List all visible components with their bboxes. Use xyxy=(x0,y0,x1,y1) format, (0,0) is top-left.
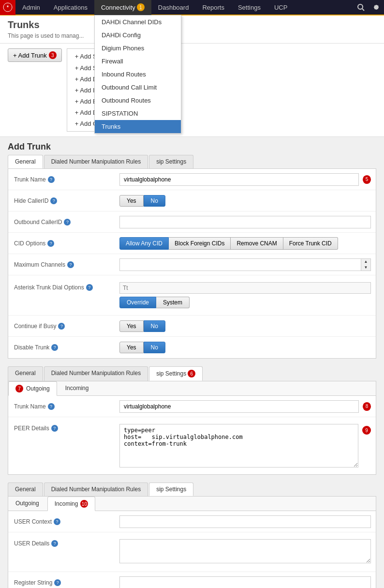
outbound-callerid-input[interactable] xyxy=(119,216,371,228)
tab-dnmr-1[interactable]: Dialed Number Manipulation Rules xyxy=(44,155,148,168)
sip1-trunk-name-badge: 8 xyxy=(363,402,371,411)
nav-admin[interactable]: Admin xyxy=(15,0,47,15)
dd-sipstation[interactable]: SIPSTATION xyxy=(95,107,181,120)
cid-options-buttons: Allow Any CID Block Foreign CIDs Remove … xyxy=(119,237,371,250)
general-form-panel: Trunk Name ? 5 Hide CallerID ? Yes No xyxy=(8,168,376,359)
tab-general-2[interactable]: General xyxy=(8,366,43,381)
register-string-input[interactable] xyxy=(119,576,371,588)
outbound-callerid-help[interactable]: ? xyxy=(64,219,71,226)
search-button[interactable] xyxy=(353,0,369,15)
max-channels-down[interactable]: ▼ xyxy=(361,265,370,271)
register-string-field xyxy=(115,573,376,588)
dd-firewall[interactable]: Firewall xyxy=(95,55,181,68)
tab-sip-2[interactable]: sip Settings 6 xyxy=(149,366,203,381)
dd-dahdi-config[interactable]: DAHDi Config xyxy=(95,29,181,42)
override-system-buttons: Override System xyxy=(119,297,371,308)
continue-busy-help[interactable]: ? xyxy=(58,323,65,330)
dd-outbound-call-limit[interactable]: Outbound Call Limit xyxy=(95,81,181,94)
user-details-help[interactable]: ? xyxy=(51,540,58,547)
top-navigation: * Admin Applications Connectivity 1 DAHD… xyxy=(0,0,384,15)
dd-dahdi-channel-dids[interactable]: DAHDi Channel DIDs xyxy=(95,15,181,29)
dd-trunks[interactable]: Trunks xyxy=(95,120,181,133)
user-details-row: USER Details ? xyxy=(8,532,376,572)
asterisk-dial-input[interactable] xyxy=(119,282,371,294)
hide-callerid-help[interactable]: ? xyxy=(50,197,57,204)
add-trunk-badge: 3 xyxy=(49,51,57,59)
outbound-callerid-field xyxy=(115,213,376,231)
hide-callerid-no[interactable]: No xyxy=(144,195,165,207)
svg-point-2 xyxy=(358,4,363,9)
sub-tab-outgoing-1[interactable]: 7 Outgoing xyxy=(8,381,57,396)
cid-options-field: Allow Any CID Block Foreign CIDs Remove … xyxy=(115,234,376,253)
asterisk-dial-field: Override System xyxy=(115,279,376,311)
outbound-callerid-label: Outbound CallerID ? xyxy=(8,215,115,229)
max-channels-up[interactable]: ▲ xyxy=(361,259,370,265)
max-channels-help[interactable]: ? xyxy=(67,261,74,268)
peer-details-field: type=peer host= sip.virtualglobalphone.c… xyxy=(115,421,376,470)
settings-button[interactable] xyxy=(369,0,384,15)
tabs-row-2: General Dialed Number Manipulation Rules… xyxy=(8,366,376,381)
connectivity-badge: 1 xyxy=(137,3,145,11)
cid-cnam-button[interactable]: Remove CNAM xyxy=(231,237,283,250)
dd-outbound-routes[interactable]: Outbound Routes xyxy=(95,94,181,107)
sub-tab-incoming-2[interactable]: Incoming 10 xyxy=(47,497,96,511)
disable-trunk-toggle: Yes No xyxy=(119,342,371,353)
sub-tab-incoming-1[interactable]: Incoming xyxy=(58,381,96,395)
max-channels-row: Maximum Channels ? ▲ ▼ xyxy=(8,254,376,275)
sip1-trunk-name-field: 8 xyxy=(115,397,376,416)
trunk-name-help[interactable]: ? xyxy=(48,176,55,183)
nav-dashboard[interactable]: Dashboard xyxy=(151,0,196,15)
add-trunk-section-title: Add Trunk xyxy=(0,137,384,155)
asterisk-dial-help[interactable]: ? xyxy=(86,284,93,291)
nav-applications[interactable]: Applications xyxy=(47,0,94,15)
nav-ucp[interactable]: UCP xyxy=(267,0,294,15)
asterisk-dial-label: Asterisk Trunk Dial Options ? xyxy=(8,279,115,295)
user-context-input[interactable] xyxy=(119,515,371,528)
tab-general-1[interactable]: General xyxy=(8,155,43,168)
continue-busy-yes[interactable]: Yes xyxy=(119,320,144,332)
register-string-help[interactable]: ? xyxy=(54,579,61,586)
tab-general-3[interactable]: General xyxy=(8,482,43,496)
tab-sip-1[interactable]: sip Settings xyxy=(149,155,193,168)
add-trunk-button[interactable]: + Add Trunk 3 xyxy=(8,48,62,62)
disable-trunk-yes[interactable]: Yes xyxy=(119,342,144,353)
trunk-name-label: Trunk Name ? xyxy=(8,172,115,187)
nav-settings[interactable]: Settings xyxy=(231,0,267,15)
incoming-badge-2: 10 xyxy=(80,500,88,508)
sip1-trunk-name-help[interactable]: ? xyxy=(48,403,55,410)
sip1-trunk-name-input[interactable] xyxy=(119,400,359,413)
continue-busy-no[interactable]: No xyxy=(144,320,165,332)
override-button[interactable]: Override xyxy=(119,297,156,308)
system-button[interactable]: System xyxy=(156,297,190,308)
register-string-row: Register String ? xyxy=(8,572,376,588)
disable-trunk-no[interactable]: No xyxy=(144,342,165,353)
nav-reports[interactable]: Reports xyxy=(195,0,231,15)
nav-connectivity[interactable]: Connectivity 1 DAHDi Channel DIDs DAHDi … xyxy=(94,0,151,15)
dd-digium-phones[interactable]: Digium Phones xyxy=(95,42,181,55)
cid-options-row: CID Options ? Allow Any CID Block Foreig… xyxy=(8,233,376,254)
peer-details-input[interactable]: type=peer host= sip.virtualglobalphone.c… xyxy=(119,424,358,467)
max-channels-label: Maximum Channels ? xyxy=(8,257,115,272)
sub-tab-outgoing-2[interactable]: Outgoing xyxy=(8,497,46,511)
sip-panel-1: 7 Outgoing Incoming Trunk Name ? 8 PEER … xyxy=(8,381,376,475)
cid-force-button[interactable]: Force Trunk CID xyxy=(283,237,338,250)
peer-details-help[interactable]: ? xyxy=(51,425,58,432)
svg-line-3 xyxy=(362,9,364,11)
main-content: Add Trunk General Dialed Number Manipula… xyxy=(0,137,384,588)
tab-dnmr-3[interactable]: Dialed Number Manipulation Rules xyxy=(44,482,148,496)
logo: * xyxy=(0,0,15,15)
cid-allow-button[interactable]: Allow Any CID xyxy=(119,237,169,250)
trunk-name-input[interactable] xyxy=(119,173,359,186)
cid-options-help[interactable]: ? xyxy=(47,240,54,247)
hide-callerid-yes[interactable]: Yes xyxy=(119,195,144,207)
max-channels-input[interactable] xyxy=(120,259,361,271)
sip1-trunk-name-row: Trunk Name ? 8 xyxy=(8,396,376,417)
dd-inbound-routes[interactable]: Inbound Routes xyxy=(95,68,181,81)
user-context-help[interactable]: ? xyxy=(54,518,60,525)
user-details-input[interactable] xyxy=(119,539,371,563)
disable-trunk-help[interactable]: ? xyxy=(51,344,58,351)
cid-block-button[interactable]: Block Foreign CIDs xyxy=(169,237,231,250)
peer-details-label: PEER Details ? xyxy=(8,421,115,436)
tab-sip-3[interactable]: sip Settings xyxy=(149,482,193,496)
tab-dnmr-2[interactable]: Dialed Number Manipulation Rules xyxy=(44,366,148,381)
